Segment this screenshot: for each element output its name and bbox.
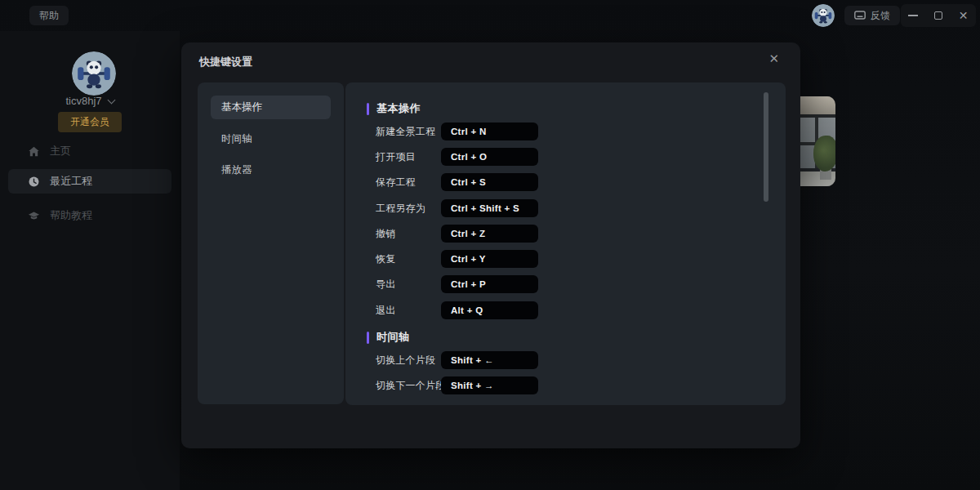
shortcut-row: 退出 Alt + Q [345, 301, 786, 319]
shortcut-row: 切换上个片段 Shift + ← [345, 351, 786, 369]
thumbnail-beam [800, 114, 835, 118]
window-controls: ✕ [901, 4, 976, 27]
nav-item-label: 基本操作 [221, 101, 262, 113]
dialog-nav-basic-operations[interactable]: 基本操作 [211, 96, 331, 119]
shortcut-label: 工程另存为 [376, 199, 425, 217]
sidebar-item-home[interactable]: 主页 [8, 139, 172, 163]
title-bar: 帮助 反馈 ✕ [0, 0, 980, 31]
feedback-label: 反馈 [871, 9, 890, 23]
membership-label: 开通会员 [70, 116, 109, 127]
shortcut-key-field[interactable]: Ctrl + P [441, 275, 538, 293]
shortcut-label: 切换下一个片段 [376, 376, 445, 394]
shortcut-key-field[interactable]: Shift + ← [441, 351, 538, 369]
dialog-nav-player[interactable]: 播放器 [211, 158, 331, 182]
shortcut-row: 恢复 Ctrl + Y [345, 250, 786, 268]
shortcut-row: 导出 Ctrl + P [345, 275, 786, 293]
shortcut-label: 导出 [376, 275, 395, 293]
shortcut-key-field[interactable]: Ctrl + O [441, 148, 538, 166]
maximize-button[interactable] [927, 4, 950, 27]
home-icon [28, 145, 40, 158]
sidebar-item-recent-projects[interactable]: 最近工程 [8, 169, 172, 194]
shortcut-key-field[interactable]: Ctrl + Z [441, 225, 538, 243]
shortcut-key-field[interactable]: Ctrl + Y [441, 250, 538, 268]
clock-icon [28, 176, 40, 188]
sidebar-item-label: 帮助教程 [50, 208, 92, 223]
panda-avatar-icon [812, 4, 835, 27]
help-menu-button[interactable]: 帮助 [29, 6, 69, 25]
shortcut-row: 新建全景工程 Ctrl + N [345, 122, 786, 140]
accent-bar-icon [367, 332, 369, 344]
shortcut-settings-dialog: 快捷键设置 ✕ 基本操作 时间轴 播放器 基本操作 新建全景工程 Ctrl + … [181, 42, 800, 448]
accent-bar-icon [367, 103, 369, 115]
close-window-button[interactable]: ✕ [952, 4, 975, 27]
nav-item-label: 播放器 [221, 164, 252, 176]
section-title: 时间轴 [376, 330, 410, 345]
panda-avatar-icon [72, 51, 116, 96]
maximize-icon [934, 11, 942, 20]
minimize-icon [908, 15, 918, 16]
shortcut-label: 撤销 [376, 225, 395, 243]
dialog-nav-panel: 基本操作 时间轴 播放器 [198, 82, 344, 404]
dialog-title: 快捷键设置 [199, 55, 252, 69]
shortcut-label: 新建全景工程 [376, 122, 435, 140]
user-avatar-large[interactable] [72, 51, 116, 96]
section-header-timeline: 时间轴 [367, 330, 410, 345]
shortcut-row: 保存工程 Ctrl + S [345, 173, 786, 191]
username-dropdown[interactable]: ticv8hj7 [0, 95, 180, 107]
section-header-basic-operations: 基本操作 [367, 101, 421, 116]
shortcut-label: 保存工程 [376, 173, 416, 191]
dialog-close-button[interactable]: ✕ [768, 51, 779, 66]
username-label: ticv8hj7 [65, 95, 101, 107]
shortcut-row: 工程另存为 Ctrl + Shift + S [345, 199, 786, 217]
shortcut-key-field[interactable]: Ctrl + S [441, 173, 538, 191]
sidebar-item-help-tutorials[interactable]: 帮助教程 [8, 203, 172, 228]
user-avatar-small[interactable] [812, 4, 835, 27]
shortcut-row: 打开项目 Ctrl + O [345, 148, 786, 166]
shortcut-row: 切换下一个片段 Shift + → [345, 376, 786, 394]
sidebar-item-label: 最近工程 [50, 174, 92, 189]
section-title: 基本操作 [376, 101, 421, 116]
sidebar-item-label: 主页 [50, 144, 71, 158]
thumbnail-ceiling [800, 96, 835, 114]
shortcut-label: 打开项目 [376, 148, 416, 166]
sidebar: ticv8hj7 开通会员 主页 最近工程 帮助教程 [0, 31, 180, 490]
shortcut-key-field[interactable]: Shift + → [441, 376, 538, 394]
shortcut-label: 切换上个片段 [376, 351, 435, 369]
shortcut-label: 退出 [376, 301, 395, 319]
nav-item-label: 时间轴 [221, 133, 252, 145]
graduation-cap-icon [28, 210, 40, 222]
help-menu-label: 帮助 [39, 9, 59, 23]
minimize-button[interactable] [902, 4, 924, 27]
shortcut-key-field[interactable]: Alt + Q [441, 301, 538, 319]
shortcut-key-field[interactable]: Ctrl + N [441, 122, 538, 140]
content-scrollbar[interactable] [764, 92, 768, 202]
close-window-icon: ✕ [959, 10, 969, 21]
shortcut-row: 撤销 Ctrl + Z [345, 225, 786, 243]
feedback-chat-icon [854, 11, 866, 20]
thumbnail-plant [813, 136, 835, 172]
dialog-content-panel: 基本操作 新建全景工程 Ctrl + N 打开项目 Ctrl + O 保存工程 … [345, 82, 786, 405]
feedback-button[interactable]: 反馈 [844, 6, 900, 25]
shortcut-key-field[interactable]: Ctrl + Shift + S [441, 199, 538, 217]
shortcut-label: 恢复 [376, 250, 395, 268]
open-membership-button[interactable]: 开通会员 [58, 112, 122, 132]
recent-project-thumbnail[interactable] [800, 96, 835, 186]
chevron-down-icon [107, 96, 115, 105]
dialog-nav-timeline[interactable]: 时间轴 [211, 127, 331, 151]
